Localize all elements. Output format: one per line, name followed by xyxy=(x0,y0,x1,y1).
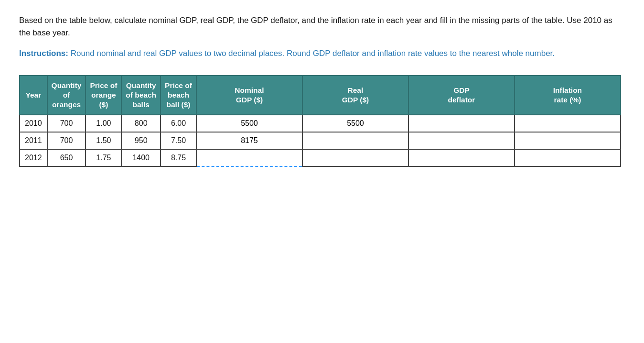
col-header-inflation-rate: Inflationrate (%) xyxy=(515,76,621,115)
cell-nominal-gdp[interactable] xyxy=(196,132,302,149)
cell-qty-oranges: 650 xyxy=(47,149,86,166)
cell-price-orange: 1.00 xyxy=(86,115,121,132)
col-header-gdp-deflator: GDPdeflator xyxy=(408,76,515,115)
cell-real-gdp[interactable] xyxy=(302,115,408,132)
cell-inflation-rate-input[interactable] xyxy=(520,136,615,145)
table-row: 20107001.008006.00 xyxy=(20,115,621,132)
cell-inflation-rate[interactable] xyxy=(515,149,621,166)
col-header-qty-oranges: Quantityoforanges xyxy=(47,76,86,115)
cell-inflation-rate-input[interactable] xyxy=(520,119,615,128)
cell-price-beach: 7.50 xyxy=(161,132,196,149)
cell-gdp-deflator-input[interactable] xyxy=(414,154,509,162)
cell-gdp-deflator-input[interactable] xyxy=(414,119,509,128)
cell-real-gdp-input[interactable] xyxy=(308,119,403,128)
cell-real-gdp-input[interactable] xyxy=(308,154,403,162)
cell-qty-beach: 800 xyxy=(121,115,161,132)
cell-nominal-gdp-input[interactable] xyxy=(202,119,297,128)
table-row: 20126501.7514008.75 xyxy=(20,149,621,166)
col-header-year: Year xyxy=(20,76,47,115)
col-header-price-beach: Price ofbeachball ($) xyxy=(161,76,196,115)
cell-gdp-deflator[interactable] xyxy=(408,115,515,132)
cell-inflation-rate[interactable] xyxy=(515,132,621,149)
cell-nominal-gdp[interactable] xyxy=(196,149,302,166)
cell-qty-oranges: 700 xyxy=(47,115,86,132)
cell-qty-beach: 950 xyxy=(121,132,161,149)
cell-real-gdp[interactable] xyxy=(302,132,408,149)
cell-nominal-gdp[interactable] xyxy=(196,115,302,132)
col-header-price-orange: Price oforange($) xyxy=(86,76,121,115)
table-row: 20117001.509507.50 xyxy=(20,132,621,149)
cell-real-gdp-input[interactable] xyxy=(308,136,403,145)
cell-year: 2012 xyxy=(20,149,47,166)
col-header-qty-beach: Quantityof beachballs xyxy=(121,76,161,115)
col-header-real-gdp: RealGDP ($) xyxy=(302,76,408,115)
cell-gdp-deflator[interactable] xyxy=(408,132,515,149)
cell-year: 2011 xyxy=(20,132,47,149)
intro-text: Based on the table below, calculate nomi… xyxy=(19,14,621,39)
instructions-text: Instructions: Round nominal and real GDP… xyxy=(19,47,621,60)
cell-qty-beach: 1400 xyxy=(121,149,161,166)
cell-nominal-gdp-input[interactable] xyxy=(202,136,297,145)
col-header-nominal-gdp: NominalGDP ($) xyxy=(196,76,302,115)
cell-year: 2010 xyxy=(20,115,47,132)
cell-real-gdp[interactable] xyxy=(302,149,408,166)
cell-inflation-rate-input[interactable] xyxy=(520,154,615,162)
cell-price-orange: 1.50 xyxy=(86,132,121,149)
table-header-row: Year Quantityoforanges Price oforange($)… xyxy=(20,76,621,115)
cell-gdp-deflator-input[interactable] xyxy=(414,136,509,145)
instructions-body: Round nominal and real GDP values to two… xyxy=(71,49,555,58)
cell-inflation-rate[interactable] xyxy=(515,115,621,132)
gdp-table: Year Quantityoforanges Price oforange($)… xyxy=(19,75,621,167)
cell-nominal-gdp-input[interactable] xyxy=(202,154,297,162)
cell-price-beach: 8.75 xyxy=(161,149,196,166)
instructions-label: Instructions: xyxy=(19,49,68,58)
cell-price-orange: 1.75 xyxy=(86,149,121,166)
cell-gdp-deflator[interactable] xyxy=(408,149,515,166)
cell-qty-oranges: 700 xyxy=(47,132,86,149)
cell-price-beach: 6.00 xyxy=(161,115,196,132)
